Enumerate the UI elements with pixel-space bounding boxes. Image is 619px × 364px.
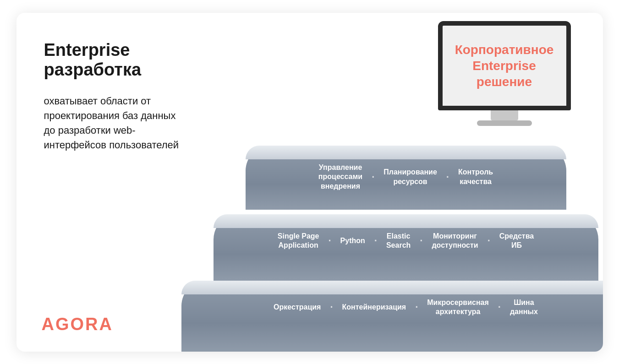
tier-mid: Single PageApplication · Python · Elasti…	[214, 214, 598, 281]
main-title: Enterprise разработка	[44, 40, 186, 80]
tier-top-item-3: Контролькачества	[450, 168, 501, 187]
tier-mid-item-2: Python	[332, 236, 373, 246]
subtitle: охватывает области от проектирования баз…	[44, 94, 186, 152]
tier-bot-content: Оркестрация · Контейнеризация · Микросер…	[181, 298, 603, 317]
monitor-base	[491, 110, 518, 120]
tier-bot-item-2: Контейнеризация	[334, 303, 415, 312]
pyramid-area: Управлениепроцессамивнедрения · Планиров…	[209, 118, 603, 352]
right-panel: Корпоративное Enterprise решение Управле…	[209, 13, 603, 352]
tier-mid-item-1: Single PageApplication	[269, 232, 328, 251]
logo: AGORA	[42, 315, 113, 334]
tier-bot-item-1: Оркестрация	[265, 303, 329, 312]
tier-top: Управлениепроцессамивнедрения · Планиров…	[246, 146, 566, 210]
left-panel: Enterprise разработка охватывает области…	[16, 13, 209, 352]
tier-top-item-2: Планированиересурсов	[375, 168, 445, 187]
tier-bot-item-3: Микросервиснаяархитектура	[419, 298, 497, 317]
tier-mid-content: Single PageApplication · Python · Elasti…	[214, 232, 598, 251]
logo-text: AGORA	[42, 315, 113, 334]
tier-bot-item-4: Шинаданных	[502, 298, 546, 317]
tier-top-content: Управлениепроцессамивнедрения · Планиров…	[246, 163, 566, 191]
tier-mid-item-3: ElasticSearch	[378, 232, 419, 251]
monitor-screen: Корпоративное Enterprise решение	[438, 21, 571, 110]
tier-mid-item-4: Мониторингдоступности	[423, 232, 486, 251]
slide: Enterprise разработка охватывает области…	[16, 13, 603, 352]
monitor-foot	[477, 120, 532, 126]
tier-bot: Оркестрация · Контейнеризация · Микросер…	[181, 281, 603, 352]
monitor-text: Корпоративное Enterprise решение	[455, 42, 554, 90]
tier-mid-item-5: СредстваИБ	[491, 232, 542, 251]
tier-top-item-1: Управлениепроцессамивнедрения	[310, 163, 371, 191]
monitor: Корпоративное Enterprise решение	[438, 21, 571, 126]
